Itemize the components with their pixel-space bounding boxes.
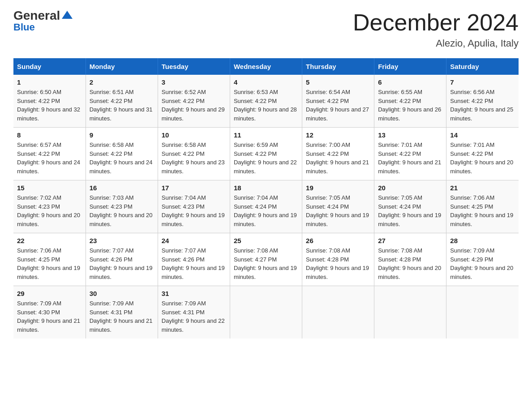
day-number: 20 xyxy=(378,184,442,192)
calendar-cell: 16 Sunrise: 7:03 AM Sunset: 4:23 PM Dayl… xyxy=(86,180,158,233)
daylight-text: Daylight: 9 hours and 24 minutes. xyxy=(90,158,154,176)
sunset-text: Sunset: 4:22 PM xyxy=(162,97,226,106)
calendar-cell: 24 Sunrise: 7:07 AM Sunset: 4:26 PM Dayl… xyxy=(158,233,230,286)
logo: General Blue xyxy=(13,9,73,33)
sunrise-text: Sunrise: 6:53 AM xyxy=(234,88,298,97)
day-info: Sunrise: 7:09 AM Sunset: 4:29 PM Dayligh… xyxy=(450,246,515,281)
day-info: Sunrise: 7:01 AM Sunset: 4:22 PM Dayligh… xyxy=(378,141,442,176)
daylight-text: Daylight: 9 hours and 21 minutes. xyxy=(17,317,82,334)
sunrise-text: Sunrise: 7:06 AM xyxy=(17,246,82,255)
daylight-text: Daylight: 9 hours and 19 minutes. xyxy=(162,211,226,228)
day-number: 11 xyxy=(234,131,298,139)
calendar-cell: 15 Sunrise: 7:02 AM Sunset: 4:23 PM Dayl… xyxy=(13,180,86,233)
sunrise-text: Sunrise: 6:52 AM xyxy=(162,88,226,97)
daylight-text: Daylight: 9 hours and 25 minutes. xyxy=(450,105,515,123)
day-number: 9 xyxy=(90,131,154,139)
weekday-header-monday: Monday xyxy=(86,58,158,75)
calendar-cell: 1 Sunrise: 6:50 AM Sunset: 4:22 PM Dayli… xyxy=(13,75,86,128)
sunset-text: Sunset: 4:22 PM xyxy=(17,150,82,158)
daylight-text: Daylight: 9 hours and 19 minutes. xyxy=(162,264,226,281)
calendar-cell: 12 Sunrise: 7:00 AM Sunset: 4:22 PM Dayl… xyxy=(302,128,374,180)
calendar-week-row: 8 Sunrise: 6:57 AM Sunset: 4:22 PM Dayli… xyxy=(13,128,519,180)
sunrise-text: Sunrise: 6:58 AM xyxy=(162,141,226,150)
day-info: Sunrise: 7:06 AM Sunset: 4:25 PM Dayligh… xyxy=(17,246,82,281)
calendar-cell: 14 Sunrise: 7:01 AM Sunset: 4:22 PM Dayl… xyxy=(446,128,519,180)
page-subtitle: Alezio, Apulia, Italy xyxy=(353,38,519,49)
daylight-text: Daylight: 9 hours and 21 minutes. xyxy=(90,317,154,334)
weekday-header-friday: Friday xyxy=(374,58,446,75)
day-info: Sunrise: 7:08 AM Sunset: 4:27 PM Dayligh… xyxy=(234,246,298,281)
calendar-cell: 27 Sunrise: 7:08 AM Sunset: 4:28 PM Dayl… xyxy=(374,233,446,286)
daylight-text: Daylight: 9 hours and 19 minutes. xyxy=(450,211,515,228)
calendar-cell: 26 Sunrise: 7:08 AM Sunset: 4:28 PM Dayl… xyxy=(302,233,374,286)
sunrise-text: Sunrise: 7:07 AM xyxy=(162,246,226,255)
logo-blue: Blue xyxy=(13,21,35,33)
calendar-cell: 11 Sunrise: 6:59 AM Sunset: 4:22 PM Dayl… xyxy=(230,128,302,180)
day-number: 3 xyxy=(162,78,226,86)
sunrise-text: Sunrise: 7:05 AM xyxy=(306,193,370,202)
calendar-cell: 2 Sunrise: 6:51 AM Sunset: 4:22 PM Dayli… xyxy=(86,75,158,128)
daylight-text: Daylight: 9 hours and 32 minutes. xyxy=(17,105,82,123)
sunset-text: Sunset: 4:22 PM xyxy=(378,97,442,106)
daylight-text: Daylight: 9 hours and 24 minutes. xyxy=(17,158,82,176)
sunset-text: Sunset: 4:22 PM xyxy=(162,150,226,158)
day-number: 4 xyxy=(234,78,298,86)
daylight-text: Daylight: 9 hours and 29 minutes. xyxy=(162,105,226,123)
day-number: 8 xyxy=(17,131,82,139)
daylight-text: Daylight: 9 hours and 19 minutes. xyxy=(17,264,82,281)
sunset-text: Sunset: 4:23 PM xyxy=(17,202,82,211)
sunrise-text: Sunrise: 7:09 AM xyxy=(17,299,82,308)
weekday-header-tuesday: Tuesday xyxy=(158,58,230,75)
sunset-text: Sunset: 4:22 PM xyxy=(234,150,298,158)
sunset-text: Sunset: 4:23 PM xyxy=(162,202,226,211)
calendar-cell: 10 Sunrise: 6:58 AM Sunset: 4:22 PM Dayl… xyxy=(158,128,230,180)
sunrise-text: Sunrise: 6:57 AM xyxy=(17,141,82,150)
calendar-cell: 7 Sunrise: 6:56 AM Sunset: 4:22 PM Dayli… xyxy=(446,75,519,128)
calendar-table: SundayMondayTuesdayWednesdayThursdayFrid… xyxy=(13,58,519,338)
day-info: Sunrise: 7:04 AM Sunset: 4:23 PM Dayligh… xyxy=(162,193,226,228)
calendar-cell: 3 Sunrise: 6:52 AM Sunset: 4:22 PM Dayli… xyxy=(158,75,230,128)
day-info: Sunrise: 6:57 AM Sunset: 4:22 PM Dayligh… xyxy=(17,141,82,176)
calendar-cell: 20 Sunrise: 7:05 AM Sunset: 4:24 PM Dayl… xyxy=(374,180,446,233)
weekday-header-row: SundayMondayTuesdayWednesdayThursdayFrid… xyxy=(13,58,519,75)
day-number: 22 xyxy=(17,237,82,244)
sunrise-text: Sunrise: 6:56 AM xyxy=(450,88,515,97)
day-info: Sunrise: 7:09 AM Sunset: 4:30 PM Dayligh… xyxy=(17,299,82,334)
calendar-cell xyxy=(230,286,302,339)
calendar-cell: 5 Sunrise: 6:54 AM Sunset: 4:22 PM Dayli… xyxy=(302,75,374,128)
calendar-cell: 17 Sunrise: 7:04 AM Sunset: 4:23 PM Dayl… xyxy=(158,180,230,233)
day-number: 6 xyxy=(378,78,442,86)
sunset-text: Sunset: 4:24 PM xyxy=(234,202,298,211)
sunset-text: Sunset: 4:22 PM xyxy=(306,97,370,106)
daylight-text: Daylight: 9 hours and 19 minutes. xyxy=(306,211,370,228)
sunset-text: Sunset: 4:22 PM xyxy=(306,150,370,158)
calendar-cell: 31 Sunrise: 7:09 AM Sunset: 4:31 PM Dayl… xyxy=(158,286,230,339)
calendar-week-row: 22 Sunrise: 7:06 AM Sunset: 4:25 PM Dayl… xyxy=(13,233,519,286)
day-info: Sunrise: 7:07 AM Sunset: 4:26 PM Dayligh… xyxy=(162,246,226,281)
sunset-text: Sunset: 4:25 PM xyxy=(17,255,82,264)
sunrise-text: Sunrise: 6:50 AM xyxy=(17,88,82,97)
daylight-text: Daylight: 9 hours and 27 minutes. xyxy=(306,105,370,123)
calendar-cell: 22 Sunrise: 7:06 AM Sunset: 4:25 PM Dayl… xyxy=(13,233,86,286)
daylight-text: Daylight: 9 hours and 23 minutes. xyxy=(162,158,226,176)
day-info: Sunrise: 7:09 AM Sunset: 4:31 PM Dayligh… xyxy=(90,299,154,334)
sunrise-text: Sunrise: 7:03 AM xyxy=(90,193,154,202)
daylight-text: Daylight: 9 hours and 22 minutes. xyxy=(234,158,298,176)
sunset-text: Sunset: 4:23 PM xyxy=(90,202,154,211)
day-number: 23 xyxy=(90,237,154,244)
sunrise-text: Sunrise: 7:09 AM xyxy=(450,246,515,255)
day-info: Sunrise: 6:58 AM Sunset: 4:22 PM Dayligh… xyxy=(90,141,154,176)
calendar-cell: 19 Sunrise: 7:05 AM Sunset: 4:24 PM Dayl… xyxy=(302,180,374,233)
day-number: 26 xyxy=(306,237,370,244)
day-number: 28 xyxy=(450,237,515,244)
day-number: 13 xyxy=(378,131,442,139)
sunset-text: Sunset: 4:26 PM xyxy=(162,255,226,264)
weekday-header-saturday: Saturday xyxy=(446,58,519,75)
day-info: Sunrise: 7:03 AM Sunset: 4:23 PM Dayligh… xyxy=(90,193,154,228)
sunrise-text: Sunrise: 6:55 AM xyxy=(378,88,442,97)
day-number: 10 xyxy=(162,131,226,139)
calendar-cell xyxy=(302,286,374,339)
sunset-text: Sunset: 4:26 PM xyxy=(90,255,154,264)
sunset-text: Sunset: 4:28 PM xyxy=(378,255,442,264)
sunset-text: Sunset: 4:28 PM xyxy=(306,255,370,264)
